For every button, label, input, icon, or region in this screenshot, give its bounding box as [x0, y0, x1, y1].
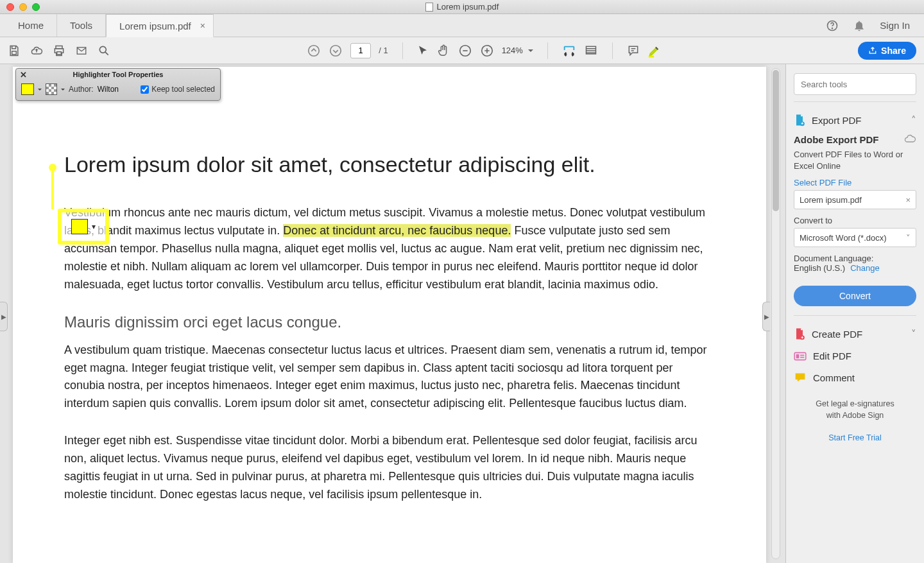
page-display-icon[interactable] [584, 44, 598, 57]
export-description: Convert PDF Files to Word or Excel Onlin… [794, 149, 916, 171]
change-language-link[interactable]: Change [850, 263, 880, 273]
vertical-scrollbar[interactable] [771, 68, 780, 559]
help-icon[interactable] [826, 19, 839, 32]
close-panel-icon[interactable]: ✕ [20, 70, 27, 80]
window-title-text: Lorem ipsum.pdf [437, 2, 499, 12]
highlighted-text[interactable]: Donec at tincidunt arcu, nec faucibus ne… [283, 224, 511, 237]
save-icon[interactable] [8, 44, 21, 57]
zoom-out-icon[interactable] [458, 44, 472, 58]
print-icon[interactable] [53, 44, 65, 57]
annotation-caret-icon: ▾ [92, 222, 96, 231]
tab-tools[interactable]: Tools [57, 14, 106, 37]
sidebar-item-edit-pdf[interactable]: Edit PDF [794, 345, 916, 367]
doc-language-label: Document Language: [794, 254, 916, 263]
tab-bar: Home Tools Lorem ipsum.pdf × Sign In [0, 14, 924, 37]
window-title: Lorem ipsum.pdf [0, 2, 924, 12]
left-panel-toggle[interactable]: ▶ [0, 302, 8, 331]
window-titlebar: Lorem ipsum.pdf [0, 0, 924, 14]
minimize-window-button[interactable] [19, 3, 27, 11]
sidebar-item-export-pdf[interactable]: Export PDF ˄ [794, 108, 916, 132]
doc-subheading: Mauris dignissim orci eget lacus congue. [64, 313, 715, 331]
doc-paragraph-1: Vestibulum rhoncus ante nec mauris dictu… [64, 204, 715, 293]
zoom-in-icon[interactable] [480, 44, 494, 58]
doc-language-value: English (U.S.) [794, 263, 845, 273]
export-heading: Adobe Export PDF [794, 134, 879, 145]
maximize-window-button[interactable] [32, 3, 40, 11]
svg-rect-2 [12, 51, 17, 54]
hand-tool-icon[interactable] [436, 44, 450, 58]
opacity-dropdown-caret[interactable] [61, 85, 65, 94]
doc-paragraph-3: Integer eget nibh est. Suspendisse vitae… [64, 432, 715, 504]
svg-rect-15 [796, 354, 800, 358]
selected-file-chip[interactable]: Lorem ipsum.pdf × [794, 190, 916, 209]
start-free-trial-link[interactable]: Start Free Trial [794, 433, 916, 444]
right-panel-toggle[interactable]: ▶ [762, 302, 770, 331]
author-value: Wilton [98, 85, 119, 94]
svg-point-7 [309, 45, 320, 56]
svg-point-6 [99, 46, 106, 53]
comment-icon [794, 372, 807, 383]
opacity-swatch[interactable] [46, 83, 57, 95]
chevron-down-icon: ˅ [906, 233, 911, 243]
scrollbar-thumb[interactable] [773, 70, 779, 211]
color-dropdown-caret[interactable] [38, 85, 42, 94]
cloud-upload-icon[interactable] [30, 44, 44, 57]
page-total-label: / 1 [379, 46, 388, 55]
tab-home[interactable]: Home [5, 14, 57, 37]
search-icon[interactable] [98, 44, 110, 57]
email-icon[interactable] [74, 45, 89, 56]
chevron-down-icon: ˅ [911, 328, 916, 340]
close-window-button[interactable] [6, 3, 14, 11]
annotation-leader-dot [49, 164, 56, 171]
convert-to-label: Convert to [794, 216, 916, 225]
right-sidebar: Export PDF ˄ Adobe Export PDF Convert PD… [785, 64, 924, 563]
page-up-icon[interactable] [307, 44, 321, 58]
tab-current-document[interactable]: Lorem ipsum.pdf × [106, 14, 214, 37]
annotation-leader-line [51, 167, 54, 209]
annotation-zoom-swatch: ▾ [58, 209, 109, 245]
close-tab-icon[interactable]: × [200, 21, 205, 31]
window-controls [6, 3, 40, 11]
cloud-icon [903, 134, 916, 145]
annotation-color-swatch [71, 219, 88, 234]
pdf-doc-icon [425, 3, 433, 12]
doc-paragraph-2: A vestibulum quam tristique. Maecenas co… [64, 342, 715, 413]
panel-title: ✕ Highlighter Tool Properties [16, 69, 220, 80]
tab-document-label: Lorem ipsum.pdf [119, 21, 191, 31]
keep-tool-selected-checkbox[interactable]: Keep tool selected [141, 85, 215, 94]
fit-width-icon[interactable] [562, 44, 576, 58]
esign-blurb-line2: with Adobe Sign [826, 411, 884, 420]
main-toolbar: / 1 124% Share [0, 37, 924, 64]
svg-point-8 [330, 45, 341, 56]
highlighter-tool-icon[interactable] [647, 44, 662, 58]
sidebar-item-create-pdf[interactable]: Create PDF ˅ [794, 322, 916, 345]
pdf-page[interactable]: Lorem ipsum dolor sit amet, consectetur … [13, 67, 766, 563]
chevron-up-icon: ˄ [911, 114, 916, 126]
selection-tool-icon[interactable] [417, 44, 429, 57]
svg-point-1 [832, 28, 833, 28]
svg-rect-4 [57, 51, 62, 54]
author-label: Author: [69, 85, 94, 94]
zoom-dropdown[interactable]: 124% [502, 46, 533, 55]
notifications-icon[interactable] [853, 19, 866, 32]
select-pdf-file-link[interactable]: Select PDF File [794, 178, 916, 187]
sign-in-link[interactable]: Sign In [880, 20, 910, 31]
share-button[interactable]: Share [858, 42, 916, 60]
share-button-label: Share [881, 46, 906, 56]
page-number-input[interactable] [350, 43, 371, 58]
sticky-note-icon[interactable] [627, 44, 640, 57]
highlighter-properties-panel[interactable]: ✕ Highlighter Tool Properties Author: Wi… [15, 68, 221, 101]
remove-file-icon[interactable]: × [905, 195, 911, 205]
export-pdf-icon [794, 114, 805, 126]
doc-heading: Lorem ipsum dolor sit amet, consectetur … [64, 150, 715, 178]
search-tools-input[interactable] [794, 73, 916, 95]
convert-format-dropdown[interactable]: Microsoft Word (*.docx) ˅ [794, 228, 916, 247]
document-viewport: ✕ Highlighter Tool Properties Author: Wi… [0, 64, 785, 563]
page-down-icon[interactable] [329, 44, 343, 58]
zoom-value: 124% [502, 46, 523, 55]
esign-blurb-line1: Get legal e-signatures [816, 399, 894, 408]
highlight-color-swatch[interactable] [21, 83, 34, 95]
sidebar-item-comment[interactable]: Comment [794, 367, 916, 388]
create-pdf-icon [794, 327, 805, 340]
convert-button[interactable]: Convert [794, 286, 916, 306]
